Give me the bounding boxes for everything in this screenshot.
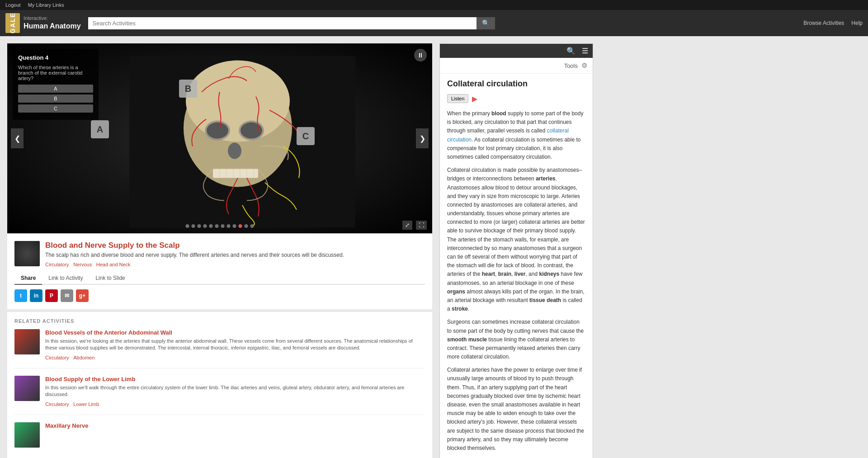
logo-text: Interactive: Human Anatomy (24, 15, 81, 31)
related-tag-1-1[interactable]: Circulatory (45, 355, 69, 360)
search-bar: 🔍 (88, 17, 495, 29)
related-name-1[interactable]: Blood Vessels of the Anterior Abdominal … (45, 329, 425, 336)
related-item-3: Maxillary Nerve (14, 422, 425, 455)
tools-label: Tools (564, 62, 578, 69)
article-para-1: When the primary blood supply to some pa… (447, 109, 585, 161)
article-body: When the primary blood supply to some pa… (440, 108, 593, 458)
related-desc-2: In this session we'll walk through the e… (45, 384, 425, 398)
listen-label: Listen (451, 96, 464, 101)
anatomy-label-b: B (179, 80, 197, 98)
quiz-overlay: Question 4 Which of these arteries is a … (13, 49, 99, 120)
linkedin-share-icon[interactable]: in (30, 289, 42, 302)
dot-2[interactable] (192, 224, 195, 228)
pinterest-share-icon[interactable]: P (45, 289, 58, 302)
fullscreen-button[interactable]: ⛶ (416, 221, 427, 230)
content-area: Question 4 Which of these arteries is a … (7, 43, 432, 458)
activity-details: Blood and Nerve Supply to the Scalp The … (45, 241, 425, 268)
listen-button[interactable]: Listen (447, 94, 468, 103)
related-info-1: Blood Vessels of the Anterior Abdominal … (45, 329, 425, 361)
related-section-title: RELATED ACTIVITIES (14, 318, 425, 324)
quiz-option-c[interactable]: C (18, 104, 93, 113)
logo-area: GALE Interactive: Human Anatomy (5, 13, 81, 33)
article-title: Collateral circulation (440, 74, 593, 92)
tools-gear-icon[interactable]: ⚙ (581, 61, 587, 70)
svg-point-4 (207, 123, 228, 139)
tag-circulatory[interactable]: Circulatory (45, 262, 69, 267)
quiz-question: Which of these arteries is a branch of t… (18, 65, 93, 81)
gplus-share-icon[interactable]: g+ (76, 289, 89, 302)
viewer-background: Question 4 Which of these arteries is a … (7, 43, 432, 233)
related-name-2[interactable]: Blood Supply of the Lower Limb (45, 376, 425, 382)
related-thumb-3 (14, 422, 40, 448)
resize-button[interactable]: ⤢ (402, 221, 412, 230)
tab-share[interactable]: Share (14, 272, 42, 285)
dot-11[interactable] (245, 224, 248, 228)
twitter-share-icon[interactable]: t (14, 289, 27, 302)
activity-thumbnail (14, 241, 40, 266)
dot-9[interactable] (233, 224, 236, 228)
help-link[interactable]: Help (851, 20, 863, 26)
related-info-2: Blood Supply of the Lower Limb In this s… (45, 376, 425, 407)
quiz-title: Question 4 (18, 54, 93, 61)
related-item-1: Blood Vessels of the Anterior Abdominal … (14, 329, 425, 368)
dot-12[interactable] (250, 224, 254, 228)
related-tag-2-2[interactable]: Lower Limb (73, 401, 99, 407)
related-name-3[interactable]: Maxillary Nerve (45, 422, 425, 429)
tag-nervous[interactable]: Nervous (73, 262, 92, 267)
gale-logo: GALE (5, 13, 20, 33)
right-panel-header: 🔍 ☰ (440, 44, 593, 58)
dot-4[interactable] (203, 224, 207, 228)
svg-point-7 (228, 143, 241, 159)
related-activities: RELATED ACTIVITIES Blood Vessels of the … (7, 309, 432, 458)
activity-description: The scalp has rich and diverse blood and… (45, 252, 425, 258)
viewer-panel: Question 4 Which of these arteries is a … (7, 43, 432, 233)
anatomy-label-c: C (297, 127, 315, 145)
share-tabs: Share Link to Activity Link to Slide (14, 272, 425, 285)
search-button[interactable]: 🔍 (476, 17, 495, 29)
logout-link[interactable]: Logout (5, 2, 21, 8)
anatomy-label-a: A (91, 120, 109, 138)
svg-point-2 (186, 61, 290, 142)
activity-tags: Circulatory Nervous Head and Neck (45, 261, 425, 268)
my-library-link[interactable]: My Library Links (28, 2, 64, 8)
menu-panel-icon[interactable]: ☰ (582, 47, 588, 55)
dot-6[interactable] (215, 224, 219, 228)
dot-10[interactable] (239, 224, 242, 228)
tab-link-slide[interactable]: Link to Slide (89, 272, 131, 285)
viewer-controls: ⤢ ⛶ (402, 221, 427, 230)
dot-7[interactable] (221, 224, 225, 228)
related-tag-1-2[interactable]: Abdomen (73, 355, 94, 360)
topbar: Logout My Library Links (0, 0, 868, 10)
pause-button[interactable]: ⏸ (414, 49, 427, 61)
activity-header: Blood and Nerve Supply to the Scalp The … (14, 241, 425, 268)
slide-dots (186, 224, 254, 228)
browse-activities-link[interactable]: Browse Activities (803, 20, 844, 26)
related-thumb-2 (14, 376, 40, 401)
right-tools-bar: Tools ⚙ (440, 58, 593, 74)
header: GALE Interactive: Human Anatomy 🔍 Browse… (0, 10, 868, 36)
social-share-icons: t in P ✉ g+ (14, 289, 425, 302)
tag-head-neck[interactable]: Head and Neck (96, 262, 131, 267)
logo-interactive: Interactive: (24, 15, 81, 21)
quiz-option-a[interactable]: A (18, 85, 93, 93)
related-thumb-1 (14, 329, 40, 354)
dot-1[interactable] (186, 224, 189, 228)
dot-3[interactable] (198, 224, 201, 228)
dot-8[interactable] (227, 224, 231, 228)
related-tag-2-1[interactable]: Circulatory (45, 401, 69, 407)
dot-5[interactable] (209, 224, 213, 228)
search-input[interactable] (88, 17, 476, 29)
play-button[interactable]: ▶ (472, 94, 477, 103)
email-share-icon[interactable]: ✉ (61, 289, 73, 302)
tab-link-activity[interactable]: Link to Activity (42, 272, 89, 285)
nav-next-button[interactable]: ❯ (416, 128, 429, 148)
quiz-option-b[interactable]: B (18, 94, 93, 103)
article-para-2: Collateral circulation is made possible … (447, 166, 585, 313)
listen-bar: Listen ▶ (440, 92, 593, 108)
nav-prev-button[interactable]: ❮ (11, 128, 24, 148)
right-panel: 🔍 ☰ Tools ⚙ Collateral circulation Liste… (439, 43, 593, 458)
collateral-link[interactable]: collateral circulation (447, 127, 569, 142)
article-para-3: Surgeons can sometimes increase collater… (447, 318, 585, 361)
search-panel-icon[interactable]: 🔍 (566, 47, 576, 55)
activity-thumbnail-image (14, 241, 40, 266)
